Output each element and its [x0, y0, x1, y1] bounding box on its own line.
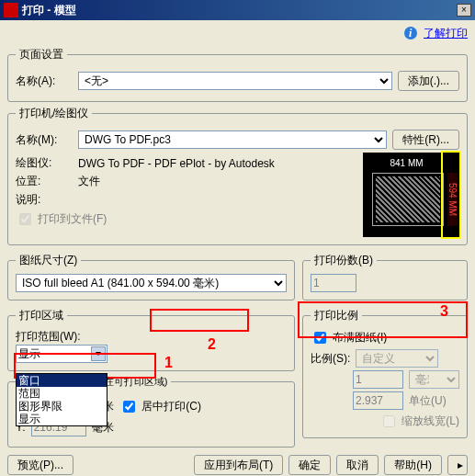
- ratio-select: 自定义: [356, 349, 438, 368]
- window-title: 打印 - 模型: [22, 3, 457, 18]
- scale-unit-select: 毫米: [409, 370, 459, 389]
- location-label: 位置:: [16, 174, 73, 189]
- copies-group: 打印份数(B): [302, 253, 468, 300]
- dropdown-option[interactable]: 图形界限: [17, 400, 107, 413]
- center-label: 居中打印(C): [141, 399, 201, 414]
- plotter-value: DWG To PDF - PDF ePlot - by Autodesk: [78, 157, 275, 170]
- copies-input: [311, 274, 356, 292]
- print-area-legend: 打印区域: [16, 308, 67, 323]
- print-to-file-label: 打印到文件(F): [38, 211, 107, 227]
- titlebar: 打印 - 模型 ×: [0, 0, 475, 20]
- print-to-file-checkbox: [19, 213, 31, 225]
- paper-preview: 841 MM 594 MM: [363, 153, 459, 237]
- ok-button[interactable]: 确定: [288, 455, 331, 475]
- page-setup-legend: 页面设置: [16, 47, 67, 62]
- close-icon[interactable]: ×: [457, 4, 471, 17]
- chevron-down-icon[interactable]: [91, 346, 106, 361]
- annotation-1: 1: [164, 355, 173, 371]
- app-icon: [4, 3, 18, 17]
- dropdown-option[interactable]: 显示: [17, 413, 107, 425]
- paper-size-legend: 图纸尺寸(Z): [16, 253, 81, 268]
- annotation-3: 3: [440, 303, 448, 320]
- paper-size-group: 图纸尺寸(Z) ISO full bleed A1 (841.00 x 594.…: [7, 253, 295, 300]
- printer-legend: 打印机/绘图仪: [16, 106, 92, 121]
- fit-label: 布满图纸(I): [333, 330, 387, 346]
- scale-denom-input: [353, 391, 403, 410]
- help-row: i 了解打印: [7, 24, 468, 43]
- annotation-2: 2: [208, 336, 216, 353]
- scale-legend: 打印比例: [311, 308, 362, 323]
- printer-name-select[interactable]: DWG To PDF.pc3: [78, 130, 387, 149]
- scale-num-input: [353, 370, 403, 389]
- print-area-group: 打印区域 打印范围(W): 显示 窗口 范围 图形界限 显示 1: [7, 308, 295, 371]
- apply-button[interactable]: 应用到布局(T): [194, 455, 283, 475]
- preview-button[interactable]: 预览(P)...: [7, 455, 74, 475]
- preview-width: 841 MM: [372, 158, 441, 168]
- ratio-label: 比例(S):: [311, 351, 350, 367]
- lineweight-checkbox: [383, 415, 395, 427]
- add-button[interactable]: 添加(.)...: [398, 71, 459, 91]
- page-name-label: 名称(A):: [16, 74, 73, 89]
- help-link[interactable]: 了解打印: [424, 27, 468, 40]
- print-range-select[interactable]: 显示: [16, 345, 107, 363]
- page-setup-group: 页面设置 名称(A): <无> 添加(.)...: [7, 47, 468, 102]
- scale-unit2-label: 单位(U): [409, 393, 459, 409]
- plotter-label: 绘图仪:: [16, 155, 73, 171]
- page-name-select[interactable]: <无>: [78, 72, 392, 90]
- printer-name-label: 名称(M):: [16, 132, 73, 148]
- center-checkbox[interactable]: [123, 401, 135, 413]
- dropdown-option[interactable]: 窗口: [17, 374, 107, 387]
- annotation-yellow-box: [441, 151, 461, 239]
- fit-checkbox[interactable]: [314, 332, 326, 344]
- desc-label: 说明:: [16, 192, 73, 208]
- location-value: 文件: [78, 174, 100, 189]
- scale-group: 打印比例 布满图纸(I) 比例(S): 自定义 毫米 单位(U) 缩放线宽(L): [302, 308, 468, 438]
- copies-legend: 打印份数(B): [311, 253, 377, 268]
- expand-button[interactable]: ▸: [447, 455, 468, 475]
- print-range-label: 打印范围(W):: [16, 329, 287, 345]
- paper-size-select[interactable]: ISO full bleed A1 (841.00 x 594.00 毫米): [16, 274, 287, 292]
- help-button[interactable]: 帮助(H): [384, 455, 442, 475]
- properties-button[interactable]: 特性(R)...: [392, 130, 459, 150]
- info-icon: i: [404, 27, 417, 40]
- dropdown-option[interactable]: 范围: [17, 387, 107, 400]
- lineweight-label: 缩放线宽(L): [401, 414, 459, 429]
- print-range-dropdown[interactable]: 窗口 范围 图形界限 显示: [16, 373, 107, 426]
- cancel-button[interactable]: 取消: [336, 455, 379, 475]
- printer-group: 打印机/绘图仪 名称(M): DWG To PDF.pc3 特性(R)... 绘…: [7, 106, 468, 245]
